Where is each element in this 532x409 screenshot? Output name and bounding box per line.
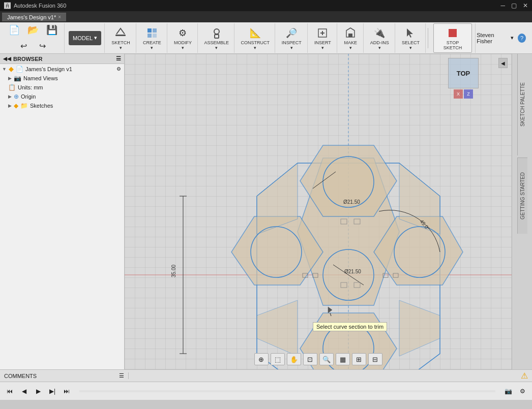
design-name: James's Design v1 [25, 66, 72, 72]
step-forward-button[interactable]: ▶| [47, 386, 58, 397]
settings-icon: ⚙ [520, 388, 525, 395]
model-dropdown-arrow: ▾ [94, 35, 97, 41]
design-icon-2: 📄 [16, 66, 23, 73]
svg-point-5 [214, 29, 219, 34]
design-icon: ◆ [9, 65, 14, 73]
sketch-button[interactable]: SKETCH ▾ [109, 25, 133, 51]
center-toolbar: ⊕ ⬚ ✋ ⊡ 🔍 ▦ ⊞ ⊟ [254, 353, 382, 365]
add-ins-button[interactable]: 🔌 ADD-INS ▾ [368, 25, 392, 51]
construct-button[interactable]: 📐 CONSTRUCT ▾ [239, 25, 271, 51]
user-name: Steven Fisher [477, 32, 507, 44]
comments-label: COMMENTS [4, 373, 37, 379]
more-display-button[interactable]: ⊟ [368, 353, 382, 365]
create-button[interactable]: CREATE ▾ [140, 25, 164, 51]
bottom-bar: COMMENTS ☰ ⚠ [0, 369, 532, 382]
svg-text:Ø21.50: Ø21.50 [344, 269, 361, 274]
sketch-palette-panel[interactable]: SKETCH PALETTE [517, 54, 527, 155]
browser-label: BROWSER [13, 56, 42, 62]
svg-rect-3 [147, 34, 152, 38]
sketch-canvas[interactable]: Ø21.50 Ø21.50 35.00 45.0° [125, 54, 512, 369]
pan-button[interactable]: ✋ [287, 353, 301, 365]
assemble-label: ASSEMBLE ▾ [204, 40, 229, 50]
units-icon: 📋 [8, 84, 16, 91]
zoom-fit-button[interactable]: ⊡ [303, 353, 317, 365]
app-title: Autodesk Fusion 360 [14, 3, 66, 9]
select-label: SELECT ▾ [401, 40, 420, 50]
close-button[interactable]: ✕ [523, 2, 528, 9]
maximize-button[interactable]: ▢ [511, 2, 517, 9]
tab-close-button[interactable]: × [58, 14, 61, 20]
make-button[interactable]: MAKE ▾ [341, 25, 360, 51]
units-label: Units: mm [18, 84, 43, 90]
skip-to-start-button[interactable]: ⏮ [4, 386, 15, 397]
browser-sketches[interactable]: ▶ ◆ 📁 Sketches [0, 101, 124, 110]
select-button[interactable]: SELECT ▾ [399, 25, 422, 51]
open-button[interactable]: 📂 [24, 22, 42, 38]
step-back-button[interactable]: ◀ [18, 386, 29, 397]
redo-button[interactable]: ↪ [34, 38, 52, 54]
user-dropdown-arrow[interactable]: ▾ [511, 35, 514, 41]
skip-to-end-button[interactable]: ⏭ [61, 386, 72, 397]
inspect-group: 🔎 INSPECT ▾ [276, 23, 308, 53]
construct-group: 📐 CONSTRUCT ▾ [235, 23, 275, 53]
grid-display-button[interactable]: ▦ [336, 353, 350, 365]
new-design-button[interactable]: 📄 [5, 22, 23, 38]
getting-started-panel[interactable]: GETTING STARTED [517, 158, 527, 234]
screenshot-button[interactable]: 📷 [503, 386, 514, 397]
pan-icon: ✋ [290, 356, 298, 363]
getting-started-label: GETTING STARTED [520, 172, 525, 219]
warning-area: ⚠ [521, 371, 528, 381]
sketch-icon [113, 26, 128, 40]
modify-group: ⚙ MODIFY ▾ [168, 23, 198, 53]
browser-units[interactable]: 📋 Units: mm [0, 83, 124, 92]
minimize-button[interactable]: ─ [500, 2, 505, 9]
inspect-button[interactable]: 🔎 INSPECT ▾ [279, 25, 304, 51]
canvas-area[interactable]: TOP X Z [125, 54, 512, 369]
svg-rect-8 [449, 29, 457, 37]
zoom-button[interactable]: 🔍 [319, 353, 334, 365]
display-settings-button[interactable]: ⬚ [271, 353, 285, 365]
new-design-icon: 📄 [7, 23, 21, 37]
right-panel-collapse-button[interactable]: ◀ [498, 58, 508, 68]
assemble-group: ASSEMBLE ▾ [199, 23, 234, 53]
stop-sketch-button[interactable]: STOP SKETCH [433, 23, 472, 53]
comments-section: COMMENTS ☰ [4, 372, 129, 379]
browser-named-views[interactable]: ▶ 📷 Named Views [0, 74, 124, 83]
help-button[interactable]: ? [518, 34, 526, 43]
undo-button[interactable]: ↩ [15, 38, 33, 54]
snap-toggle-button[interactable]: ⊕ [254, 353, 269, 365]
timeline-scrubber[interactable] [79, 390, 495, 392]
model-dropdown-button[interactable]: MODEL ▾ [69, 31, 101, 45]
main-toolbar: 📄 📂 💾 ↩ ↪ MODEL ▾ [0, 22, 532, 54]
design-settings-icon[interactable]: ⚙ [116, 66, 121, 72]
warning-icon: ⚠ [521, 371, 528, 380]
sketches-icon: ◆ [14, 102, 18, 109]
browser-origin[interactable]: ▶ ⊕ Origin [0, 92, 124, 101]
tab-label: James's Design v1* [7, 14, 56, 20]
play-button[interactable]: ▶ [33, 386, 44, 397]
zoom-icon: 🔍 [322, 356, 331, 363]
browser-design-root[interactable]: ▼ ◆ 📄 James's Design v1 ⚙ [0, 64, 124, 74]
grid-settings-icon: ⊞ [356, 356, 362, 363]
browser-options-button[interactable]: ☰ [116, 55, 121, 62]
more-display-icon: ⊟ [372, 356, 378, 363]
origin-label: Origin [21, 93, 36, 100]
assemble-button[interactable]: ASSEMBLE ▾ [202, 25, 231, 51]
comments-expand-button[interactable]: ☰ [119, 372, 124, 379]
modify-button[interactable]: ⚙ MODIFY ▾ [171, 25, 194, 51]
zoom-fit-icon: ⊡ [307, 356, 313, 363]
svg-text:Ø21.50: Ø21.50 [343, 199, 360, 205]
svg-marker-19 [257, 300, 298, 356]
add-ins-group: 🔌 ADD-INS ▾ [365, 23, 395, 53]
grid-settings-button[interactable]: ⊞ [352, 353, 366, 365]
title-bar-controls[interactable]: ─ ▢ ✕ [500, 2, 528, 9]
design-tab[interactable]: James's Design v1* × [2, 13, 66, 21]
save-button[interactable]: 💾 [43, 22, 61, 38]
add-ins-label: ADD-INS ▾ [370, 40, 390, 50]
settings-button[interactable]: ⚙ [517, 386, 528, 397]
stop-sketch-label: STOP SKETCH [439, 40, 466, 50]
select-group: SELECT ▾ [396, 23, 426, 53]
design-expand-arrow: ▼ [2, 67, 7, 72]
insert-button[interactable]: INSERT ▾ [312, 25, 334, 51]
browser-collapse-button[interactable]: ◀◀ [3, 56, 11, 61]
